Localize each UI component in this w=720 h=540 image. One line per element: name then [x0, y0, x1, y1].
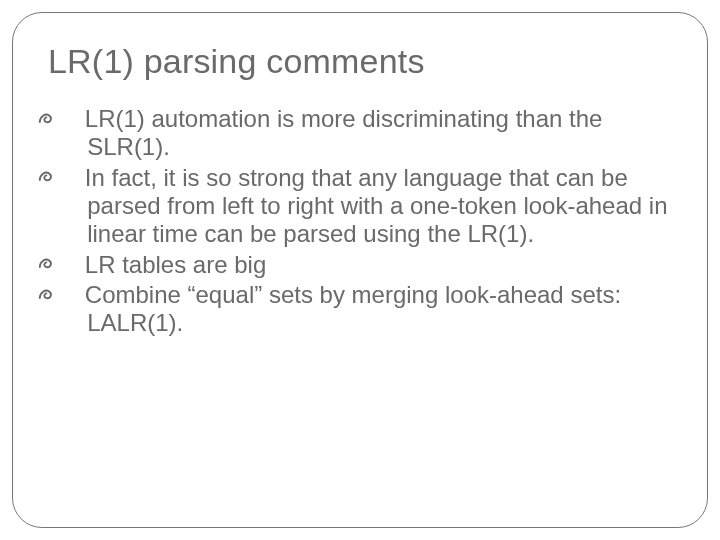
list-item: Combine “equal” sets by merging look-ahe… — [62, 281, 668, 338]
bullet-icon — [62, 281, 85, 309]
bullet-icon — [62, 105, 85, 133]
bullet-icon — [62, 164, 85, 192]
slide-title: LR(1) parsing comments — [48, 42, 686, 81]
list-item: LR(1) automation is more discriminating … — [62, 105, 668, 162]
list-item-text: Combine “equal” sets by merging look-ahe… — [85, 281, 621, 336]
bullet-icon — [62, 251, 85, 279]
bullet-list: LR(1) automation is more discriminating … — [62, 105, 668, 338]
slide: LR(1) parsing comments LR(1) automation … — [0, 0, 720, 540]
list-item: LR tables are big — [62, 251, 668, 279]
list-item-text: In fact, it is so strong that any langua… — [85, 164, 668, 248]
list-item-text: LR(1) automation is more discriminating … — [85, 105, 603, 160]
list-item-text: LR tables are big — [85, 251, 266, 278]
list-item: In fact, it is so strong that any langua… — [62, 164, 668, 249]
